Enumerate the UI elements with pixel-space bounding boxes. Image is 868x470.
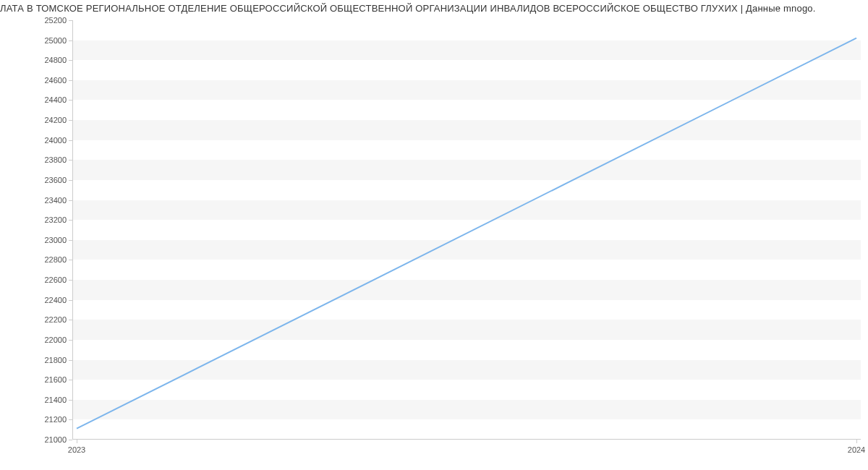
chart-title: ЛАТА В ТОМСКОЕ РЕГИОНАЛЬНОЕ ОТДЕЛЕНИЕ ОБ…	[0, 0, 868, 14]
y-tick-label: 25000	[44, 36, 67, 45]
y-tick-label: 23000	[44, 236, 67, 244]
y-tick-label: 22800	[44, 255, 67, 264]
y-tick-label: 23200	[44, 215, 67, 224]
y-tick-label: 24600	[44, 76, 67, 85]
y-tick-label: 22000	[44, 336, 67, 344]
y-tick-mark	[69, 440, 72, 440]
y-tick-label: 21800	[44, 356, 67, 364]
y-tick-label: 21600	[44, 375, 67, 384]
y-tick-label: 22600	[44, 275, 67, 284]
y-tick-label: 21200	[44, 415, 67, 424]
x-tick-label: 2023	[68, 445, 85, 454]
y-tick-label: 22200	[44, 315, 67, 324]
x-tick-label: 2024	[848, 445, 865, 454]
y-tick-label: 21000	[44, 435, 67, 444]
plot-area: 2100021200214002160021800220002220022400…	[72, 20, 861, 440]
y-tick-label: 21400	[44, 396, 67, 404]
y-tick-label: 22400	[44, 296, 67, 304]
line-svg	[72, 20, 861, 440]
y-tick-label: 25200	[44, 16, 67, 25]
x-tick-mark	[77, 440, 77, 443]
y-tick-label: 24200	[44, 116, 67, 124]
y-tick-label: 23800	[44, 155, 67, 164]
y-tick-label: 23600	[44, 176, 67, 184]
y-tick-label: 24800	[44, 56, 67, 64]
y-tick-label: 24000	[44, 136, 67, 145]
x-tick-mark	[856, 440, 857, 443]
y-tick-label: 23400	[44, 196, 67, 205]
chart-container: ЛАТА В ТОМСКОЕ РЕГИОНАЛЬНОЕ ОТДЕЛЕНИЕ ОБ…	[0, 0, 868, 470]
data-line	[77, 38, 856, 429]
y-tick-label: 24400	[44, 95, 67, 104]
